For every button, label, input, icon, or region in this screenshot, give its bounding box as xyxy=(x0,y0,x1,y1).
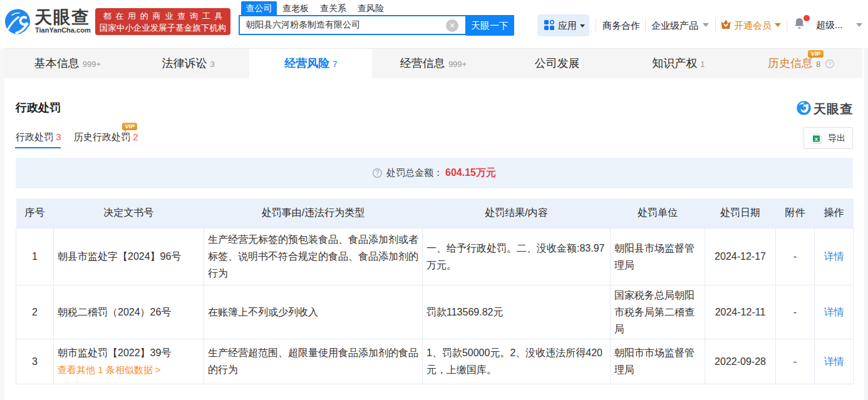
svg-text:?: ? xyxy=(376,170,380,177)
svg-text:X: X xyxy=(815,136,819,142)
svg-text:?: ? xyxy=(829,61,832,67)
